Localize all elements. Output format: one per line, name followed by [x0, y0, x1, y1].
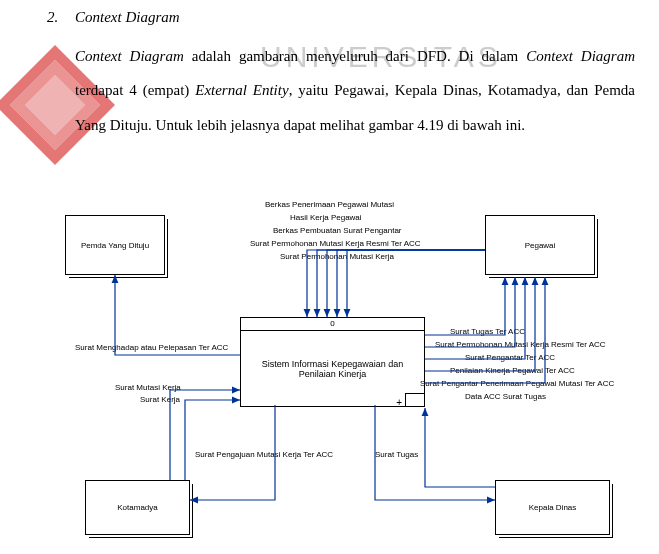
section-title: Context Diagram: [75, 9, 180, 25]
context-diagram: Pemda Yang Dituju Pegawai Kotamadya Kepa…: [55, 195, 635, 545]
section-number: 2.: [47, 0, 58, 35]
section-heading: 2. Context Diagram: [75, 0, 635, 35]
text-block: 2. Context Diagram Context Diagram adala…: [75, 0, 635, 142]
diagram-arrows: [55, 195, 635, 545]
paragraph: Context Diagram adalah gambaran menyelur…: [75, 39, 635, 143]
